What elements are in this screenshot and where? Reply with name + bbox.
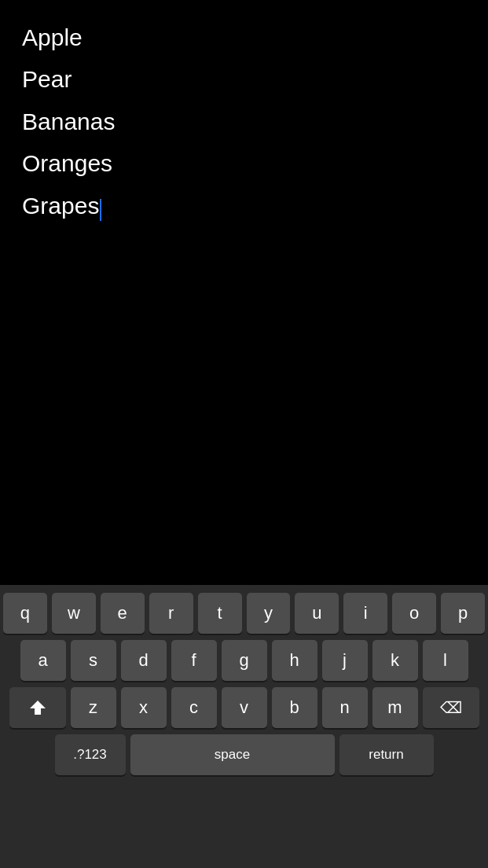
key-i[interactable]: i — [343, 593, 387, 634]
key-t[interactable]: t — [198, 593, 242, 634]
key-m[interactable]: m — [372, 687, 418, 728]
shift-icon — [29, 699, 46, 716]
key-k[interactable]: k — [372, 640, 418, 681]
key-a[interactable]: a — [20, 640, 66, 681]
list-item: Bananas — [22, 108, 466, 135]
shift-key[interactable] — [9, 687, 66, 728]
key-l[interactable]: l — [423, 640, 468, 681]
keyboard-row-4: .?123 space return — [3, 734, 485, 775]
key-u[interactable]: u — [295, 593, 339, 634]
key-z[interactable]: z — [71, 687, 116, 728]
key-w[interactable]: w — [52, 593, 96, 634]
key-y[interactable]: y — [247, 593, 291, 634]
key-q[interactable]: q — [3, 593, 47, 634]
numeric-key[interactable]: .?123 — [55, 734, 126, 775]
key-f[interactable]: f — [171, 640, 217, 681]
list-item: Oranges — [22, 149, 466, 177]
space-key[interactable]: space — [130, 734, 335, 775]
backspace-key[interactable]: ⌫ — [423, 687, 479, 728]
key-p[interactable]: p — [441, 593, 485, 634]
key-g[interactable]: g — [222, 640, 267, 681]
key-r[interactable]: r — [149, 593, 193, 634]
keyboard-row-3: z x c v b n m ⌫ — [3, 687, 485, 728]
keyboard-row-1: q w e r t y u i o p — [3, 593, 485, 634]
key-d[interactable]: d — [121, 640, 167, 681]
list-item: Pear — [22, 65, 466, 93]
return-key[interactable]: return — [339, 734, 434, 775]
text-content-area[interactable]: Apple Pear Bananas Oranges Grapes — [0, 0, 488, 585]
key-e[interactable]: e — [101, 593, 145, 634]
key-c[interactable]: c — [171, 687, 217, 728]
text-cursor — [100, 199, 101, 221]
key-o[interactable]: o — [392, 593, 436, 634]
backspace-icon: ⌫ — [440, 698, 462, 717]
key-h[interactable]: h — [272, 640, 317, 681]
key-v[interactable]: v — [222, 687, 267, 728]
keyboard: q w e r t y u i o p a s d f g h j k l z … — [0, 585, 488, 868]
key-n[interactable]: n — [322, 687, 368, 728]
list-item: Apple — [22, 24, 466, 51]
list-item: Grapes — [22, 193, 99, 219]
keyboard-row-2: a s d f g h j k l — [3, 640, 485, 681]
key-j[interactable]: j — [322, 640, 368, 681]
svg-marker-0 — [30, 701, 46, 715]
key-s[interactable]: s — [71, 640, 116, 681]
key-x[interactable]: x — [121, 687, 167, 728]
key-b[interactable]: b — [272, 687, 317, 728]
